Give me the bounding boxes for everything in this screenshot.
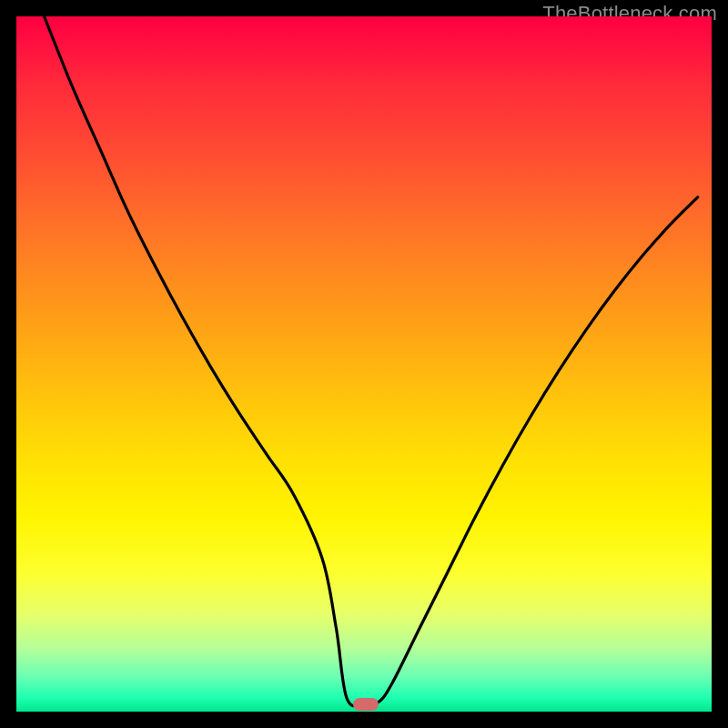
bottleneck-curve [45,16,698,706]
chart-stage: TheBottleneck.com [0,0,728,728]
plot-area [16,16,712,712]
curve-svg [16,16,712,712]
optimum-marker [353,698,379,711]
